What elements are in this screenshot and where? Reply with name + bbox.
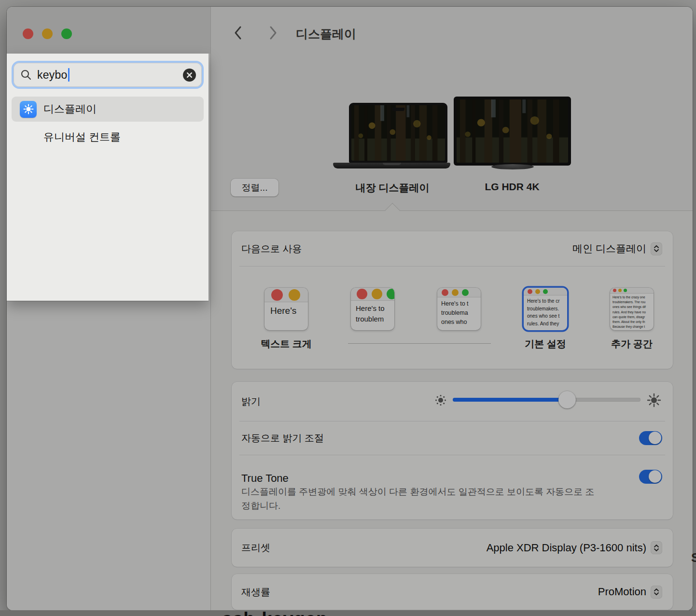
display-picker: 내장 디스플레이 LG HDR 4K 정렬...	[211, 53, 693, 210]
sidebar: keybo	[7, 7, 211, 610]
brightness-bright-icon	[647, 393, 661, 409]
scaling-option-default[interactable]: Here's to the cr troublemakers. ones who…	[524, 288, 567, 330]
scaling-label-larger-text: 텍스트 크게	[261, 337, 312, 350]
true-tone-description: 디스플레이를 주변광에 맞춰 색상이 다른 환경에서도 일관적으로 보이도록 자…	[241, 485, 603, 513]
scaling-preview-text: Here's to the crazy one troublemakers. T…	[610, 294, 654, 330]
brightness-dim-icon	[434, 394, 447, 408]
search-query-text: keybo	[37, 69, 67, 82]
use-as-value: 메인 디스플레이	[572, 242, 646, 255]
window-titlebar[interactable]	[7, 7, 210, 54]
preview-zoom-dot	[387, 289, 394, 299]
preview-minimize-dot	[452, 289, 459, 296]
refresh-rate-dropdown[interactable]	[651, 586, 662, 599]
preset-label: 프리셋	[241, 541, 270, 554]
auto-brightness-label: 자동으로 밝기 조절	[241, 432, 324, 445]
page-title: 디스플레이	[296, 26, 356, 42]
desktop-edge-text: S	[691, 550, 696, 565]
scaling-options-line	[348, 343, 491, 344]
result-label: 유니버설 컨트롤	[43, 130, 121, 144]
text-cursor	[68, 68, 70, 82]
refresh-rate-value: ProMotion	[598, 586, 646, 598]
search-results-panel: keybo	[7, 54, 209, 301]
search-result-universal-control[interactable]: 유니버설 컨트롤	[12, 126, 204, 148]
brightness-slider[interactable]	[453, 398, 640, 402]
display-builtin-preview[interactable]	[349, 103, 447, 163]
scaling-preview-text: Here's to t troublema ones who	[437, 297, 481, 326]
refresh-rate-card: 재생률 ProMotion	[232, 574, 673, 610]
clear-search-button[interactable]	[183, 69, 196, 82]
main-content: 디스플레이	[211, 7, 693, 610]
brightness-slider-thumb[interactable]	[558, 391, 576, 408]
preview-zoom-dot	[624, 289, 627, 292]
display-lg-label: LG HDR 4K	[485, 181, 539, 193]
monitor-stand	[491, 164, 534, 169]
macbook-base	[333, 163, 450, 168]
zoom-button[interactable]	[61, 28, 72, 39]
true-tone-toggle[interactable]	[639, 470, 662, 484]
preview-zoom-dot	[543, 289, 548, 294]
close-button[interactable]	[23, 28, 33, 39]
preview-minimize-dot	[618, 289, 622, 292]
result-label: 디스플레이	[43, 102, 97, 116]
wallpaper-forest	[351, 105, 445, 161]
arrange-button[interactable]: 정렬...	[231, 179, 278, 196]
minimize-button[interactable]	[42, 28, 53, 39]
use-as-dropdown[interactable]	[651, 242, 662, 255]
search-results-list: 디스플레이 유니버설 컨트롤	[12, 97, 204, 148]
scaling-option-larger-text[interactable]: Here's	[264, 288, 308, 330]
preview-zoom-dot	[462, 289, 469, 296]
scaling-label-more-space: 추가 공간	[611, 337, 653, 350]
preview-minimize-dot	[535, 289, 540, 294]
auto-brightness-toggle[interactable]	[639, 431, 662, 445]
preset-card: 프리셋 Apple XDR Display (P3-1600 nits)	[232, 529, 673, 567]
preview-close-dot	[528, 289, 532, 294]
preset-value: Apple XDR Display (P3-1600 nits)	[487, 542, 646, 554]
preview-minimize-dot	[289, 289, 300, 301]
wallpaper-forest	[457, 99, 568, 163]
search-result-display[interactable]: 디스플레이	[12, 97, 204, 122]
display-builtin-label: 내장 디스플레이	[356, 181, 430, 195]
scaling-preview-text: Here's to troublem	[351, 301, 394, 324]
desktop-strip: ssh-keygen	[0, 610, 696, 616]
scaling-option-more-space[interactable]: Here's to the crazy one troublemakers. T…	[610, 288, 654, 330]
search-input[interactable]: keybo	[12, 61, 204, 89]
macbook-notch	[392, 108, 404, 111]
preview-close-dot	[357, 289, 367, 299]
brightness-icon	[20, 101, 37, 118]
display-lg-preview[interactable]	[454, 97, 571, 166]
preset-dropdown[interactable]	[651, 541, 662, 554]
scaling-preview-text: Here's to the cr troublemakers. ones who…	[524, 295, 567, 327]
use-as-label: 다음으로 사용	[241, 242, 302, 255]
preview-close-dot	[271, 289, 283, 301]
content-header: 디스플레이	[211, 7, 693, 53]
preview-minimize-dot	[372, 289, 382, 299]
scaling-option-3[interactable]: Here's to t troublema ones who	[437, 288, 481, 330]
preview-close-dot	[442, 289, 448, 296]
scaling-label-default: 기본 설정	[525, 337, 566, 350]
brightness-card: 밝기	[232, 382, 673, 519]
scaling-option-2[interactable]: Here's to troublem	[351, 288, 394, 330]
system-settings-window: keybo	[7, 7, 693, 610]
brightness-fill	[453, 398, 567, 402]
refresh-rate-label: 재생률	[241, 586, 270, 599]
back-button[interactable]	[230, 25, 246, 41]
traffic-lights	[23, 28, 72, 39]
true-tone-label: True Tone	[241, 472, 289, 485]
use-as-card: 다음으로 사용 메인 디스플레이 Here's	[232, 231, 673, 369]
desktop-text: ssh-keygen	[222, 610, 328, 616]
preview-close-dot	[613, 289, 616, 292]
display-settings-section: 다음으로 사용 메인 디스플레이 Here's	[211, 210, 693, 610]
brightness-label: 밝기	[241, 395, 261, 408]
scaling-preview-text: Here's	[264, 302, 308, 316]
search-icon	[20, 69, 32, 81]
forward-button[interactable]	[265, 25, 281, 41]
